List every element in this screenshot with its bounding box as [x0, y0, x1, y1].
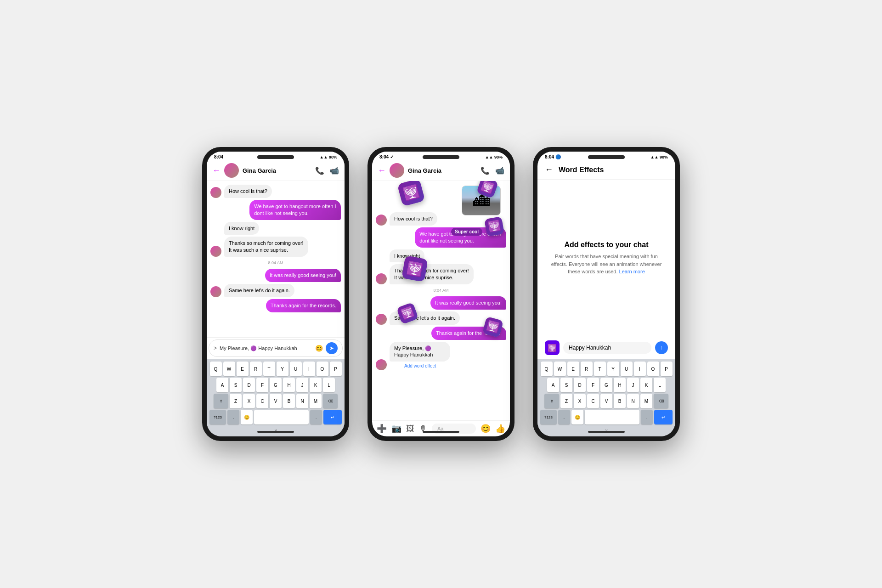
key-r[interactable]: R — [250, 362, 262, 376]
key-s[interactable]: S — [230, 378, 242, 392]
camera-icon[interactable]: 📷 — [391, 424, 401, 434]
key-t-3[interactable]: T — [594, 362, 606, 376]
key-v[interactable]: V — [270, 394, 282, 408]
key-m[interactable]: M — [310, 394, 322, 408]
key-j-3[interactable]: J — [627, 378, 639, 392]
input-bar-1[interactable]: > My Pleasure, 🟣 Happy Hanukkah 😊 ➤ — [209, 339, 343, 357]
message-input-2[interactable]: Aa — [432, 424, 476, 434]
key-o-3[interactable]: O — [647, 362, 659, 376]
key-t[interactable]: T — [263, 362, 275, 376]
key-comma-3[interactable]: , — [558, 410, 570, 424]
like-icon[interactable]: 👍 — [495, 424, 505, 434]
key-space-3[interactable] — [585, 410, 640, 424]
key-backspace[interactable]: ⌫ — [323, 394, 338, 408]
key-k-3[interactable]: K — [640, 378, 652, 392]
key-b[interactable]: B — [283, 394, 295, 408]
key-period-3[interactable]: . — [641, 410, 653, 424]
video-icon-1[interactable]: 📹 — [330, 166, 339, 175]
back-button-3[interactable]: ← — [545, 165, 553, 175]
key-n-3[interactable]: N — [627, 394, 639, 408]
key-s-3[interactable]: S — [560, 378, 572, 392]
key-j[interactable]: J — [296, 378, 308, 392]
phones-container: 8:04 ▲▲ 98% ← Gina Garcia 📞 📹 How cool i… — [202, 147, 680, 441]
key-p-3[interactable]: P — [661, 362, 673, 376]
key-num-3[interactable]: ?123 — [540, 410, 557, 424]
key-o[interactable]: O — [317, 362, 328, 376]
key-q-3[interactable]: Q — [541, 362, 553, 376]
key-a[interactable]: A — [216, 378, 228, 392]
back-button-1[interactable]: ← — [212, 166, 220, 175]
key-y[interactable]: Y — [277, 362, 288, 376]
key-h-3[interactable]: H — [614, 378, 626, 392]
key-c[interactable]: C — [256, 394, 268, 408]
key-l[interactable]: L — [323, 378, 335, 392]
key-w[interactable]: W — [223, 362, 235, 376]
key-v-3[interactable]: V — [600, 394, 612, 408]
key-d[interactable]: D — [243, 378, 255, 392]
key-n[interactable]: N — [296, 394, 308, 408]
learn-more-link[interactable]: Learn more — [619, 269, 645, 274]
key-g-3[interactable]: G — [600, 378, 612, 392]
key-f[interactable]: F — [256, 378, 268, 392]
key-c-3[interactable]: C — [587, 394, 599, 408]
menorah-button[interactable]: 🕎 — [545, 340, 560, 355]
phone-icon-2[interactable]: 📞 — [481, 166, 490, 175]
key-x-3[interactable]: X — [574, 394, 586, 408]
messages-area-2: 🕎 🕎 🏙 🕎 Super cool How cool is that — [372, 181, 510, 420]
image-icon[interactable]: 🖼 — [406, 424, 414, 434]
key-b-3[interactable]: B — [614, 394, 626, 408]
key-z[interactable]: Z — [230, 394, 242, 408]
word-effect-input[interactable]: Happy Hanukkah — [563, 342, 651, 354]
key-period[interactable]: . — [310, 410, 322, 424]
key-i-3[interactable]: I — [634, 362, 646, 376]
video-icon-2[interactable]: 📹 — [495, 166, 504, 175]
key-k[interactable]: K — [310, 378, 322, 392]
key-y-3[interactable]: Y — [607, 362, 619, 376]
key-d-3[interactable]: D — [574, 378, 586, 392]
key-backspace-3[interactable]: ⌫ — [654, 394, 668, 408]
key-emoji[interactable]: 😊 — [241, 410, 253, 424]
mic-icon[interactable]: 🎙 — [419, 424, 427, 434]
key-enter-3[interactable]: ↵ — [654, 410, 673, 424]
key-z-3[interactable]: Z — [560, 394, 572, 408]
key-e[interactable]: E — [237, 362, 249, 376]
messages-area-1: How cool is that? We have got to hangout… — [207, 181, 345, 337]
send-button-1[interactable]: ➤ — [326, 342, 338, 354]
we-send-button[interactable]: ↑ — [655, 341, 668, 354]
key-shift[interactable]: ⇧ — [214, 394, 228, 408]
timestamp: 8:04 AM — [376, 288, 506, 293]
key-i[interactable]: I — [303, 362, 315, 376]
emoji-icon[interactable]: 😊 — [315, 345, 323, 352]
key-l-3[interactable]: L — [654, 378, 666, 392]
key-shift-3[interactable]: ⇧ — [544, 394, 559, 408]
key-u[interactable]: U — [290, 362, 302, 376]
key-enter[interactable]: ↵ — [323, 410, 342, 424]
key-e-3[interactable]: E — [567, 362, 579, 376]
emoji-icon-2[interactable]: 😊 — [481, 424, 491, 434]
key-g[interactable]: G — [270, 378, 282, 392]
menorah-float-5: 🕎 — [399, 305, 416, 322]
back-button-2[interactable]: ← — [378, 166, 386, 175]
key-emoji-3[interactable]: 😊 — [571, 410, 583, 424]
key-a-3[interactable]: A — [547, 378, 559, 392]
key-q[interactable]: Q — [210, 362, 222, 376]
key-w-3[interactable]: W — [554, 362, 566, 376]
key-p[interactable]: P — [330, 362, 342, 376]
add-icon[interactable]: ➕ — [377, 424, 387, 434]
key-x[interactable]: X — [243, 394, 255, 408]
key-num[interactable]: ?123 — [209, 410, 226, 424]
key-comma[interactable]: , — [227, 410, 239, 424]
chat-header-2: ← Gina Garcia 📞 📹 — [372, 160, 510, 181]
phone-icon-1[interactable]: 📞 — [315, 166, 324, 175]
add-word-effect[interactable]: Add word effect — [390, 362, 476, 370]
input-text-1[interactable]: My Pleasure, 🟣 Happy Hanukkah — [220, 345, 312, 351]
avatar — [210, 187, 221, 198]
key-space[interactable] — [254, 410, 309, 424]
key-f-3[interactable]: F — [587, 378, 599, 392]
key-m-3[interactable]: M — [640, 394, 652, 408]
word-effects-header: ← Word Effects — [537, 160, 675, 180]
key-r-3[interactable]: R — [581, 362, 593, 376]
key-u-3[interactable]: U — [621, 362, 633, 376]
header-icons-2: 📞 📹 — [481, 166, 504, 175]
key-h[interactable]: H — [283, 378, 295, 392]
